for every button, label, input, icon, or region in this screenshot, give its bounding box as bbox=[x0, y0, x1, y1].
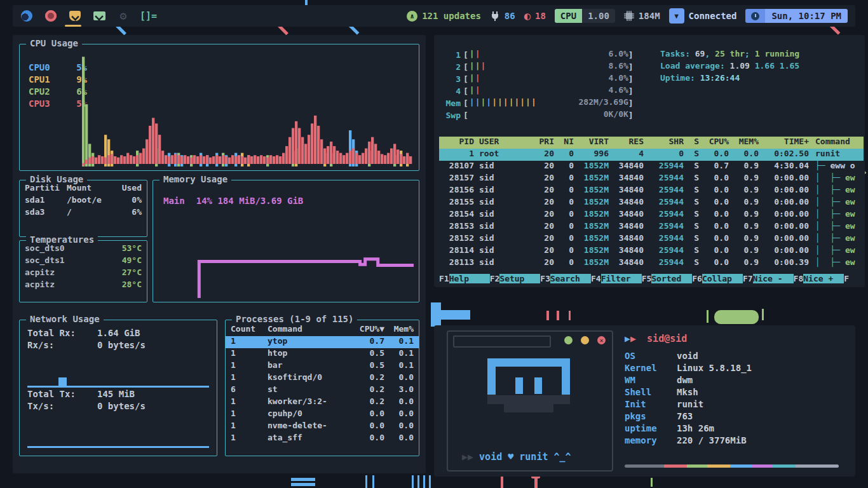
process-row[interactable]: 1ksoftirqd/00.20.0 bbox=[226, 372, 419, 384]
fkey-f6[interactable]: F6Collap bbox=[692, 274, 743, 283]
wallpaper-shape bbox=[417, 475, 419, 488]
process-cpu: 0.7 bbox=[351, 336, 384, 348]
htop-header-user[interactable]: USER bbox=[474, 137, 524, 149]
htop-header-virt[interactable]: VIRT bbox=[574, 137, 609, 149]
close-button[interactable]: ✕ bbox=[597, 336, 606, 344]
fkey-f3[interactable]: F3Search bbox=[540, 274, 591, 283]
meter-bars: || bbox=[470, 85, 481, 95]
process-row[interactable]: 1kworker/3:2-0.20.0 bbox=[226, 396, 419, 409]
htop-header-pri[interactable]: PRI bbox=[524, 137, 554, 149]
sensor-name: soc_dts1 bbox=[25, 255, 122, 268]
clock-icon bbox=[745, 9, 765, 23]
htop-row[interactable]: 28107sid2001852M3484025944S0.70.94:30.04… bbox=[439, 161, 864, 173]
htop-row[interactable]: 28157sid2001852M3484025944S0.00.90:00.00… bbox=[439, 173, 864, 185]
wallpaper-shape bbox=[762, 309, 764, 320]
htop-cell-mem: 0.9 bbox=[729, 173, 759, 185]
htop-row[interactable]: 28153sid2001852M3484025944S0.00.90:00.00… bbox=[439, 221, 864, 233]
firefox-icon[interactable] bbox=[20, 10, 33, 22]
htop-header-s[interactable]: S bbox=[684, 137, 699, 149]
palette-swatch bbox=[752, 464, 773, 468]
updates-label: 121 updates bbox=[422, 11, 481, 21]
htop-header-res[interactable]: RES bbox=[609, 137, 644, 149]
htop-row[interactable]: 28156sid2001852M3484025944S0.00.90:00.00… bbox=[439, 185, 864, 197]
minimize-button[interactable] bbox=[564, 336, 573, 344]
power-widget[interactable]: 86 bbox=[490, 11, 515, 21]
fkey-number: F4 bbox=[591, 274, 601, 283]
htop-header-mem[interactable]: MEM% bbox=[729, 137, 759, 149]
process-row[interactable]: 1htop0.50.1 bbox=[226, 348, 419, 360]
htop-row[interactable]: 28154sid2001852M3484025944S0.00.90:00.00… bbox=[439, 209, 864, 221]
process-command: bar bbox=[268, 360, 351, 372]
htop-header-command[interactable]: Command bbox=[809, 137, 864, 149]
fkey-f8[interactable]: F8Nice + bbox=[794, 274, 844, 283]
process-mem: 0.0 bbox=[384, 396, 414, 409]
htop-row[interactable]: 28114sid2001852M3484025944S0.00.90:00.00… bbox=[439, 245, 864, 257]
meter-bar-segment: | bbox=[470, 97, 475, 107]
fetch-key: Kernel bbox=[625, 363, 677, 375]
header-cpu-sort[interactable]: CPU%▼ bbox=[351, 324, 384, 336]
htop-table-header: PIDUSERPRINIVIRTRESSHRSCPU%MEM%TIME+Comm… bbox=[439, 137, 864, 149]
fkey-f5[interactable]: F5Sorted bbox=[642, 274, 693, 283]
browser-icon[interactable] bbox=[44, 10, 57, 22]
clock-widget[interactable]: Sun, 10:17 PM bbox=[745, 9, 848, 23]
summary-line: Tasks: 69, 25 thr; 1 running bbox=[660, 49, 799, 61]
mail-icon[interactable] bbox=[93, 10, 105, 22]
maximize-button[interactable] bbox=[581, 336, 589, 344]
htop-cell-s: S bbox=[684, 245, 699, 257]
summary-segment: 69 bbox=[695, 49, 705, 58]
htop-row[interactable]: 28152sid2001852M3484025944S0.00.90:00.00… bbox=[439, 233, 864, 245]
htop-cell-virt: 1852M bbox=[574, 221, 609, 233]
cpu-badge-label: CPU bbox=[555, 9, 582, 23]
htop-cell-time: 0:00.00 bbox=[759, 173, 809, 185]
pocket-icon[interactable] bbox=[69, 10, 81, 22]
memory-widget[interactable]: 184M bbox=[624, 11, 660, 21]
network-widget[interactable]: ▼ Connected bbox=[669, 8, 737, 24]
process-row[interactable]: 1bar0.50.1 bbox=[226, 360, 419, 372]
process-cpu: 0.2 bbox=[351, 372, 384, 384]
fkey-f[interactable]: F bbox=[844, 274, 849, 283]
htop-row[interactable]: 28155sid2001852M3484025944S0.00.90:00.00… bbox=[439, 197, 864, 209]
process-command: nvme-delete- bbox=[268, 421, 351, 433]
updates-widget[interactable]: ∧ 121 updates bbox=[407, 11, 481, 22]
panel-title: Disk Usage bbox=[26, 174, 87, 184]
htop-row[interactable]: 28113sid2001852M3484025944S0.00.90:00.39… bbox=[439, 257, 864, 269]
htop-header-shr[interactable]: SHR bbox=[644, 137, 684, 149]
htop-cell-ni: 0 bbox=[554, 245, 574, 257]
header-mem[interactable]: Mem% bbox=[384, 324, 414, 336]
meter-bar-segment: | bbox=[514, 97, 520, 107]
terminal-color-palette bbox=[625, 464, 839, 468]
cpu-widget[interactable]: CPU 1.00 bbox=[555, 9, 615, 23]
meter-body: |||8.6% bbox=[468, 61, 628, 73]
meter-body: ||4.6% bbox=[468, 85, 628, 97]
htop-cell-mem: 0.9 bbox=[729, 233, 759, 245]
wallpaper-shape bbox=[501, 477, 503, 488]
meter-bar-segment: | bbox=[475, 85, 481, 95]
htop-header-cpu[interactable]: CPU% bbox=[699, 137, 729, 149]
htop-cell-s: S bbox=[684, 173, 699, 185]
process-row[interactable]: 6st0.23.0 bbox=[226, 384, 419, 396]
sensor-name: acpitz bbox=[25, 268, 122, 280]
fetch-host-line: ▶▶ sid@sid bbox=[625, 333, 845, 351]
process-row[interactable]: 1ata_sff0.00.0 bbox=[226, 433, 419, 445]
gear-icon[interactable]: ⚙ bbox=[117, 10, 130, 22]
disk-mount: /boot/e bbox=[67, 195, 116, 207]
process-row[interactable]: 1cpuhp/00.00.0 bbox=[226, 409, 419, 421]
htop-header-pid[interactable]: PID bbox=[439, 137, 474, 149]
fkey-f2[interactable]: F2Setup bbox=[490, 274, 541, 283]
fkey-label: Nice + bbox=[803, 274, 844, 283]
palette-swatch bbox=[796, 464, 839, 468]
fkey-f7[interactable]: F7Nice - bbox=[743, 274, 794, 283]
htop-row-selected[interactable]: 1root20099640S0.00.00:02.50runit bbox=[439, 149, 864, 161]
process-row[interactable]: 1nvme-delete-0.00.0 bbox=[226, 421, 419, 433]
disk-used: 0% bbox=[116, 195, 142, 207]
htop-header-ni[interactable]: NI bbox=[554, 137, 574, 149]
htop-header-time[interactable]: TIME+ bbox=[759, 137, 809, 149]
process-row-selected[interactable]: 1ytop0.70.1 bbox=[226, 336, 419, 348]
contrast-widget[interactable]: ◐ 18 bbox=[524, 11, 546, 22]
fkey-number: F2 bbox=[490, 274, 500, 283]
contrast-icon: ◐ bbox=[524, 11, 531, 22]
htop-cell-mem: 0.9 bbox=[729, 161, 759, 173]
fkey-f4[interactable]: F4Filter bbox=[591, 274, 642, 283]
fkey-f1[interactable]: F1Help bbox=[439, 274, 490, 283]
layout-indicator[interactable]: []= bbox=[140, 10, 157, 22]
